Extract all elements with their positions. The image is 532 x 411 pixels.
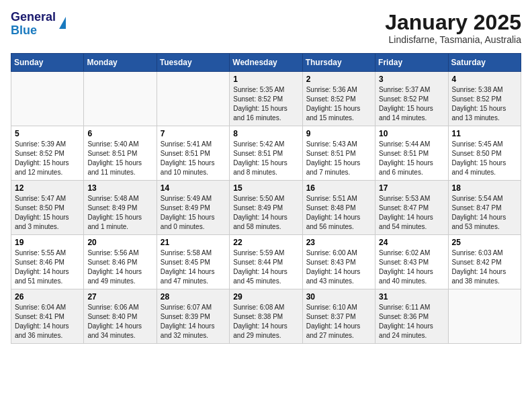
calendar-day-cell: 5Sunrise: 5:39 AMSunset: 8:52 PMDaylight… xyxy=(11,126,84,181)
daylight-text: Daylight: 14 hours and 53 minutes. xyxy=(452,214,506,230)
calendar-day-cell: 7Sunrise: 5:41 AMSunset: 8:51 PMDaylight… xyxy=(157,126,229,181)
col-sunday: Sunday xyxy=(11,54,84,72)
calendar-week-row: 19Sunrise: 5:55 AMSunset: 8:46 PMDayligh… xyxy=(11,235,521,289)
day-info: Sunrise: 6:11 AMSunset: 8:36 PMDaylight:… xyxy=(379,303,444,340)
calendar-day-cell: 24Sunrise: 6:02 AMSunset: 8:43 PMDayligh… xyxy=(375,235,448,289)
calendar-week-row: 1Sunrise: 5:35 AMSunset: 8:52 PMDaylight… xyxy=(11,72,521,126)
sunrise-text: Sunrise: 5:56 AM xyxy=(87,249,138,257)
sunset-text: Sunset: 8:52 PM xyxy=(306,95,356,103)
daylight-text: Daylight: 15 hours and 7 minutes. xyxy=(306,159,361,176)
day-number: 13 xyxy=(87,183,152,193)
sunrise-text: Sunrise: 5:54 AM xyxy=(452,195,503,202)
daylight-text: Daylight: 14 hours and 54 minutes. xyxy=(379,214,433,230)
sunset-text: Sunset: 8:45 PM xyxy=(161,259,210,266)
sunset-text: Sunset: 8:46 PM xyxy=(87,259,137,266)
day-info: Sunrise: 5:50 AMSunset: 8:49 PMDaylight:… xyxy=(233,194,298,232)
day-number: 9 xyxy=(306,129,371,138)
day-info: Sunrise: 5:45 AMSunset: 8:50 PMDaylight:… xyxy=(452,140,517,177)
sunrise-text: Sunrise: 6:03 AM xyxy=(452,249,503,257)
daylight-text: Daylight: 14 hours and 24 minutes. xyxy=(379,322,433,339)
calendar-week-row: 12Sunrise: 5:47 AMSunset: 8:50 PMDayligh… xyxy=(11,181,521,235)
calendar-day-cell: 20Sunrise: 5:56 AMSunset: 8:46 PMDayligh… xyxy=(84,235,157,289)
col-tuesday: Tuesday xyxy=(157,54,229,72)
daylight-text: Daylight: 14 hours and 51 minutes. xyxy=(15,268,69,285)
day-number: 12 xyxy=(15,183,80,193)
daylight-text: Daylight: 15 hours and 3 minutes. xyxy=(15,214,69,230)
calendar-day-cell: 13Sunrise: 5:48 AMSunset: 8:49 PMDayligh… xyxy=(84,181,157,235)
sunset-text: Sunset: 8:43 PM xyxy=(379,259,429,266)
daylight-text: Daylight: 14 hours and 27 minutes. xyxy=(306,322,361,339)
day-number: 14 xyxy=(161,183,226,193)
sunrise-text: Sunrise: 5:51 AM xyxy=(306,195,357,202)
day-number: 3 xyxy=(379,75,444,84)
daylight-text: Daylight: 15 hours and 11 minutes. xyxy=(87,159,142,176)
daylight-text: Daylight: 14 hours and 43 minutes. xyxy=(306,268,361,285)
calendar-day-cell: 22Sunrise: 5:59 AMSunset: 8:44 PMDayligh… xyxy=(230,235,302,289)
calendar-day-cell: 9Sunrise: 5:43 AMSunset: 8:51 PMDaylight… xyxy=(302,126,375,181)
logo-general: General xyxy=(11,10,56,24)
col-wednesday: Wednesday xyxy=(230,54,302,72)
sunset-text: Sunset: 8:51 PM xyxy=(233,150,283,157)
calendar-day-cell: 8Sunrise: 5:42 AMSunset: 8:51 PMDaylight… xyxy=(230,126,302,181)
daylight-text: Daylight: 14 hours and 47 minutes. xyxy=(161,268,215,285)
day-number: 11 xyxy=(452,129,517,138)
sunrise-text: Sunrise: 5:55 AM xyxy=(15,249,66,257)
day-info: Sunrise: 5:59 AMSunset: 8:44 PMDaylight:… xyxy=(233,248,298,286)
calendar-title: January 2025 xyxy=(385,11,521,34)
sunrise-text: Sunrise: 5:36 AM xyxy=(306,86,357,93)
calendar-day-cell: 17Sunrise: 5:53 AMSunset: 8:47 PMDayligh… xyxy=(375,181,448,235)
day-info: Sunrise: 5:58 AMSunset: 8:45 PMDaylight:… xyxy=(161,248,226,286)
calendar-day-cell: 31Sunrise: 6:11 AMSunset: 8:36 PMDayligh… xyxy=(375,289,448,344)
sunrise-text: Sunrise: 5:45 AM xyxy=(452,140,503,148)
day-number: 7 xyxy=(161,129,226,138)
logo-wordmark: General Blue xyxy=(11,11,56,38)
daylight-text: Daylight: 14 hours and 36 minutes. xyxy=(15,322,69,339)
calendar-day-cell: 11Sunrise: 5:45 AMSunset: 8:50 PMDayligh… xyxy=(448,126,521,181)
day-info: Sunrise: 5:43 AMSunset: 8:51 PMDaylight:… xyxy=(306,140,371,177)
col-saturday: Saturday xyxy=(448,54,521,72)
sunset-text: Sunset: 8:50 PM xyxy=(15,204,64,212)
sunrise-text: Sunrise: 5:35 AM xyxy=(233,86,284,93)
calendar-header: Sunday Monday Tuesday Wednesday Thursday… xyxy=(11,54,521,72)
calendar-day-cell: 4Sunrise: 5:38 AMSunset: 8:52 PMDaylight… xyxy=(448,72,521,126)
day-info: Sunrise: 6:10 AMSunset: 8:37 PMDaylight:… xyxy=(306,303,371,340)
calendar-day-cell: 29Sunrise: 6:08 AMSunset: 8:38 PMDayligh… xyxy=(230,289,302,344)
sunset-text: Sunset: 8:44 PM xyxy=(233,259,283,266)
daylight-text: Daylight: 14 hours and 40 minutes. xyxy=(379,268,433,285)
sunset-text: Sunset: 8:40 PM xyxy=(87,313,137,320)
sunset-text: Sunset: 8:39 PM xyxy=(161,313,210,320)
col-friday: Friday xyxy=(375,54,448,72)
day-number: 25 xyxy=(452,238,517,247)
day-number: 18 xyxy=(452,183,517,193)
sunset-text: Sunset: 8:51 PM xyxy=(87,150,137,157)
day-info: Sunrise: 6:04 AMSunset: 8:41 PMDaylight:… xyxy=(15,303,80,340)
calendar-day-cell: 16Sunrise: 5:51 AMSunset: 8:48 PMDayligh… xyxy=(302,181,375,235)
daylight-text: Daylight: 15 hours and 13 minutes. xyxy=(452,105,506,122)
sunset-text: Sunset: 8:52 PM xyxy=(233,95,283,103)
calendar-day-cell xyxy=(11,72,84,126)
calendar-day-cell: 25Sunrise: 6:03 AMSunset: 8:42 PMDayligh… xyxy=(448,235,521,289)
calendar-body: 1Sunrise: 5:35 AMSunset: 8:52 PMDaylight… xyxy=(11,72,521,344)
daylight-text: Daylight: 15 hours and 16 minutes. xyxy=(233,105,287,122)
calendar-day-cell: 19Sunrise: 5:55 AMSunset: 8:46 PMDayligh… xyxy=(11,235,84,289)
sunset-text: Sunset: 8:48 PM xyxy=(306,204,356,212)
calendar-day-cell: 15Sunrise: 5:50 AMSunset: 8:49 PMDayligh… xyxy=(230,181,302,235)
sunrise-text: Sunrise: 5:42 AM xyxy=(233,140,284,148)
day-info: Sunrise: 6:00 AMSunset: 8:43 PMDaylight:… xyxy=(306,248,371,286)
sunset-text: Sunset: 8:41 PM xyxy=(15,313,64,320)
day-info: Sunrise: 6:06 AMSunset: 8:40 PMDaylight:… xyxy=(87,303,152,340)
calendar-day-cell xyxy=(84,72,157,126)
day-number: 6 xyxy=(87,129,152,138)
day-number: 22 xyxy=(233,238,298,247)
daylight-text: Daylight: 15 hours and 12 minutes. xyxy=(15,159,69,176)
day-info: Sunrise: 5:41 AMSunset: 8:51 PMDaylight:… xyxy=(161,140,226,177)
day-info: Sunrise: 6:02 AMSunset: 8:43 PMDaylight:… xyxy=(379,248,444,286)
daylight-text: Daylight: 15 hours and 1 minute. xyxy=(87,214,142,230)
day-number: 31 xyxy=(379,292,444,302)
sunset-text: Sunset: 8:52 PM xyxy=(15,150,64,157)
calendar-day-cell xyxy=(448,289,521,344)
sunrise-text: Sunrise: 5:59 AM xyxy=(233,249,284,257)
sunrise-text: Sunrise: 6:10 AM xyxy=(306,304,357,311)
calendar-day-cell: 23Sunrise: 6:00 AMSunset: 8:43 PMDayligh… xyxy=(302,235,375,289)
logo-triangle-icon xyxy=(59,17,66,29)
